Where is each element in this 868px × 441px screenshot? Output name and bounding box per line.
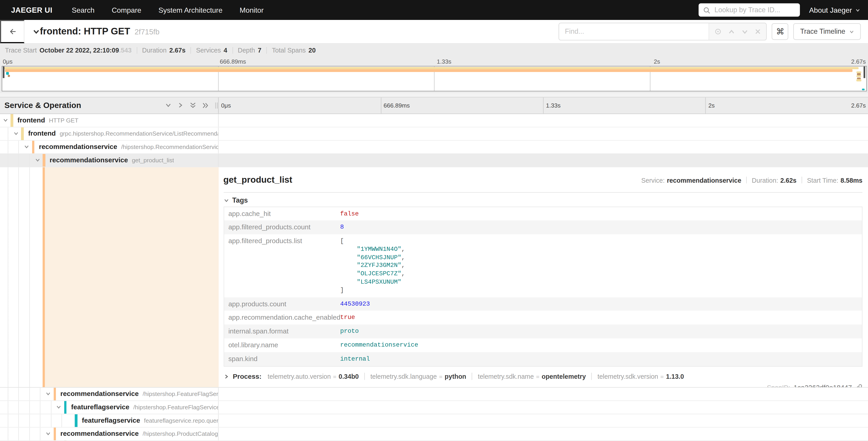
- locate-icon[interactable]: [714, 28, 722, 35]
- indent-guide: [11, 414, 21, 427]
- span-detail-meta: Service:recommendationserviceDuration:2.…: [641, 176, 862, 184]
- trace-minimap[interactable]: [1, 66, 867, 91]
- meta-label: Trace Start: [5, 47, 37, 54]
- separator: [746, 177, 747, 183]
- span-detail-header: get_product_list Service:recommendations…: [223, 175, 862, 185]
- indent-guide: [32, 414, 43, 427]
- span-expand-chevron[interactable]: [0, 114, 10, 126]
- minimap-handle-left[interactable]: [3, 66, 4, 78]
- minimap-bar: [6, 72, 9, 75]
- meta-label: Depth: [238, 47, 255, 54]
- span-expand-chevron[interactable]: [43, 427, 53, 440]
- span-service-name: recommendationservice: [50, 156, 128, 164]
- find-input[interactable]: [559, 23, 709, 40]
- nav-item-search[interactable]: Search: [72, 6, 95, 14]
- process-key: telemetry.sdk.version: [598, 373, 658, 380]
- nav-item-system-architecture[interactable]: System Architecture: [158, 6, 222, 14]
- indent-guide: [54, 414, 64, 427]
- find-prev-chevron-up-icon[interactable]: [728, 28, 735, 35]
- span-rows-top: frontendHTTP GETfrontendgrpc.hipstershop…: [0, 114, 868, 167]
- top-nav: JAEGER UI SearchCompareSystem Architectu…: [0, 0, 868, 20]
- expand-all-double-chevron-right-icon[interactable]: [202, 101, 209, 109]
- span-detail-title: get_product_list: [223, 175, 292, 185]
- detail-meta-value: 8.58ms: [841, 176, 863, 184]
- meta-value: 4: [223, 47, 227, 54]
- span-row[interactable]: recommendationservice/hipstershop.Produc…: [0, 427, 868, 441]
- indent-guide: [22, 387, 32, 400]
- chevron-spacer: [64, 414, 75, 427]
- span-expand-chevron[interactable]: [11, 127, 21, 140]
- tag-value-text: 44530923: [340, 301, 370, 307]
- indent-guide: [0, 140, 11, 153]
- trace-id-short: 2f715fb: [135, 27, 159, 36]
- span-operation-name: get_product_list: [132, 157, 174, 163]
- span-row[interactable]: featureflagservice/hipstershop.FeatureFl…: [0, 401, 868, 414]
- comma: ,: [401, 270, 405, 277]
- nav-item-monitor[interactable]: Monitor: [240, 6, 264, 14]
- process-label[interactable]: Process:: [233, 373, 261, 380]
- trace-title: frontend: HTTP GET: [40, 26, 130, 37]
- span-expand-chevron[interactable]: [43, 387, 53, 400]
- back-button[interactable]: [0, 20, 25, 43]
- minimap-handle-right[interactable]: [864, 66, 865, 78]
- span-row[interactable]: featureflagservicefeatureflagservice.rep…: [0, 414, 868, 428]
- trace-meta-item: Total Spans20: [272, 47, 316, 54]
- timeline-tick: 1.33s: [546, 101, 561, 108]
- equals-sign: =: [536, 373, 539, 380]
- process-key: telemetry.sdk.name: [478, 373, 534, 380]
- separator: [137, 47, 137, 53]
- span-row[interactable]: frontendHTTP GET: [0, 114, 868, 127]
- span-expand-chevron[interactable]: [22, 140, 32, 153]
- span-row[interactable]: recommendationserviceget_product_list: [0, 154, 868, 167]
- tag-value: 8: [340, 220, 862, 234]
- span-row[interactable]: recommendationservice/hipstershop.Featur…: [0, 387, 868, 401]
- span-operation-name: /hipstershop.FeatureFlagService…: [143, 390, 218, 397]
- find-next-chevron-down-icon[interactable]: [742, 28, 749, 35]
- span-expand-chevron[interactable]: [54, 401, 64, 413]
- span-tree-cell: frontendHTTP GET: [0, 114, 218, 126]
- list-item-string: "2ZYFJ3GM2N": [357, 262, 401, 269]
- detail-meta-value: 2.62s: [780, 176, 797, 184]
- span-id-label: SpanID:: [767, 384, 790, 387]
- span-tree-cell: featureflagservicefeatureflagservice.rep…: [0, 414, 218, 427]
- trace-view-selector[interactable]: Trace Timeline: [794, 23, 861, 40]
- collapse-one-chevron-down-icon[interactable]: [165, 102, 171, 109]
- keyboard-shortcuts-button[interactable]: ⌘: [772, 23, 788, 40]
- about-jaeger-menu[interactable]: About Jaeger: [809, 6, 860, 14]
- collapse-all-double-chevron-down-icon[interactable]: [189, 101, 196, 109]
- service-color-bar: [53, 427, 56, 440]
- trace-id-search-input[interactable]: [713, 5, 795, 14]
- indent-guide: [0, 401, 11, 413]
- app-logo[interactable]: JAEGER UI: [11, 6, 52, 14]
- deep-link-icon[interactable]: [855, 384, 863, 387]
- find-clear-x-icon[interactable]: [755, 28, 762, 35]
- trace-id-search[interactable]: [699, 3, 800, 17]
- trace-collapse-chevron[interactable]: [33, 28, 40, 35]
- tags-section-toggle[interactable]: Tags: [223, 196, 862, 204]
- column-resize-grip[interactable]: [215, 102, 217, 108]
- detail-tree-strip: [0, 167, 218, 387]
- span-service-name: featureflagservice: [71, 403, 129, 411]
- indent-guide: [0, 414, 11, 427]
- trace-header-controls: ⌘ Trace Timeline: [559, 23, 861, 40]
- find-controls: [709, 23, 766, 40]
- indent-guide: [22, 414, 32, 427]
- detail-meta-label: Duration:: [752, 176, 778, 184]
- process-expand-chevron-right-icon[interactable]: [223, 374, 229, 379]
- process-key: telemetry.auto.version: [268, 373, 331, 380]
- timeline-tick: 0μs: [3, 58, 12, 64]
- list-item: "66VCHSJNUP",: [340, 254, 862, 262]
- tag-row: app.filtered_products.count8: [224, 220, 862, 234]
- expand-one-chevron-right-icon[interactable]: [177, 102, 184, 109]
- tag-key: span.kind: [224, 352, 340, 366]
- list-item-string: "LS4PSXUNUM": [357, 279, 401, 285]
- nav-item-compare[interactable]: Compare: [112, 6, 142, 14]
- span-expand-chevron[interactable]: [32, 154, 42, 167]
- divider-strip: [0, 93, 868, 97]
- list-item: "2ZYFJ3GM2N",: [340, 262, 862, 270]
- nav-right: About Jaeger: [699, 3, 860, 17]
- span-operation-name: grpc.hipstershop.RecommendationService/L…: [60, 130, 218, 137]
- span-row[interactable]: frontendgrpc.hipstershop.RecommendationS…: [0, 127, 868, 140]
- span-row[interactable]: recommendationservice/hipstershop.Recomm…: [0, 140, 868, 154]
- comma: ,: [401, 246, 405, 253]
